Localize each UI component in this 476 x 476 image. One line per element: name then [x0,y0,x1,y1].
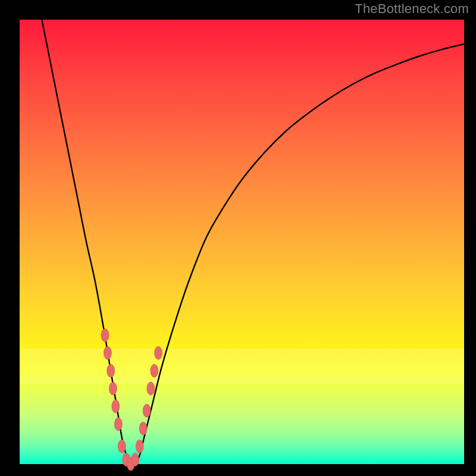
marker-dot [114,418,122,431]
marker-dot [101,328,109,342]
marker-dot [104,346,111,359]
marker-dot [147,382,155,395]
marker-dot [136,440,143,453]
marker-dot [155,346,162,359]
marker-dot [118,440,126,453]
marker-dot [139,422,147,435]
bottleneck-curve [42,20,464,465]
marker-dot [143,404,151,417]
marker-dot [109,382,117,395]
watermark-text: TheBottleneck.com [355,1,469,17]
marker-dot [131,453,139,466]
marker-dot [112,400,120,413]
marker-dot [151,364,158,377]
outer-frame: TheBottleneck.com [0,0,476,476]
plot-area [20,20,464,464]
marker-dot [107,364,115,377]
chart-svg [20,20,464,464]
